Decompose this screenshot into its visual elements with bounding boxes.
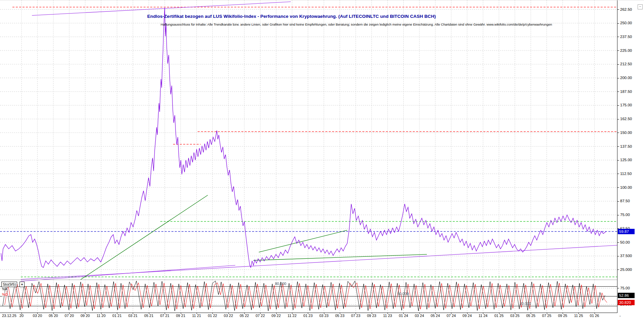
x-axis-label: 01 23 [304,314,313,318]
y-axis-label: 250.00 [620,21,632,25]
x-tick [149,313,149,314]
x-tick [388,313,388,314]
x-tick [37,313,38,314]
x-tick [22,313,22,314]
stoch-axis-label: 75.00 [620,286,630,290]
y-axis-label: 175.00 [620,103,632,107]
x-tick [117,313,117,314]
violet-support-trend-2 [21,265,235,281]
y-axis-label: 162.50 [620,117,632,121]
x-axis-label: 11 21 [192,314,201,318]
x-tick [515,313,515,314]
x-tick [595,313,595,314]
y-axis-label: 75.00 [620,213,630,217]
x-axis-label: 01 24 [399,314,408,318]
y-tick [617,187,619,188]
y-axis-label: 25.000 [620,268,632,272]
disclaimer-text: Haftungsausschluss für Inhalte: Alle Tre… [161,23,552,26]
y-axis-label: 125.00 [620,158,632,162]
stoch-d-marker: 30.820 [618,300,635,305]
y-tick [617,242,619,243]
x-tick [467,313,468,314]
y-tick [617,23,619,24]
y-axis-label: 150.00 [620,131,632,135]
x-axis-label: 07 24 [447,314,456,318]
x-axis-label: 03 21 [128,314,138,318]
x-axis-label: 07 20 [65,314,74,318]
stoch-k-marker: 52.86 [618,293,635,298]
x-tick [308,313,308,314]
x-axis-label: 05 20 [49,314,58,318]
x-axis-label: 11 24 [479,314,488,318]
chart-window: Endlos-Zertifikat bezogen auf LUS Wikifo… [0,0,644,319]
x-tick [101,313,102,314]
x-axis-label: 09 25 [558,314,567,318]
x-axis-label: 09 23 [367,314,376,318]
x-axis-label: 09 20 [81,314,90,318]
x-axis-label: 05 23 [335,314,345,318]
chart-title: Endlos-Zertifikat bezogen auf LUS Wikifo… [147,14,436,19]
violet-support-trend [21,245,617,279]
panel-separator [0,280,617,280]
y-axis-label: 137.50 [620,144,632,148]
y-axis-label: 212.50 [620,62,632,66]
y-tick [617,9,619,10]
x-tick [419,313,420,314]
x-axis-label: 09 24 [462,314,472,318]
current-price-marker: 59.87 [618,229,635,234]
x-axis-label: 20 [19,314,24,318]
minimize-icon[interactable]: − [638,4,643,9]
stoch-level-label: 20.000 [520,302,531,306]
x-axis-label: 01 21 [112,314,122,318]
x-tick [578,313,579,314]
x-tick [356,313,356,314]
x-axis-label: 07 22 [255,314,265,318]
x-axis-label: 01 25 [494,314,504,318]
violet-resistance-trend [32,2,291,15]
y-axis-label: 225.00 [620,48,632,52]
x-axis-end-dash: - [619,314,621,318]
x-tick [499,313,499,314]
x-tick [69,313,70,314]
y-tick [617,160,619,161]
y-axis-label: 50.00 [620,240,630,244]
x-axis-label: 05 22 [240,314,249,318]
y-tick [617,270,619,270]
y-tick [617,174,619,174]
indicator-label[interactable]: Sto(9/5) [1,282,17,287]
stoch-level-label: 80.000 [275,282,286,286]
x-axis: 23.12.25 2003 2005 2007 2009 2011 2001 2… [0,313,644,319]
x-tick [292,313,292,314]
x-axis-label: 05 21 [144,314,154,318]
x-axis-label: 03 22 [224,314,233,318]
x-axis-label: 11 23 [383,314,392,318]
y-axis-label: 200.00 [620,76,632,80]
y-tick [617,78,619,78]
x-tick [181,313,181,314]
y-tick [617,64,619,65]
x-axis-label: 05 24 [431,314,440,318]
x-axis-label: 11 22 [288,314,297,318]
y-tick [617,133,619,133]
y-tick [617,105,619,106]
y-axis-label: 237.50 [620,35,632,39]
x-tick [197,313,197,314]
x-tick [165,313,165,314]
x-axis-label: 11 25 [574,314,583,318]
x-axis-label: 07 25 [542,314,552,318]
price-chart-svg [0,0,617,319]
x-tick [372,313,372,314]
indicator-add-icon[interactable]: + [19,282,25,287]
y-tick [617,92,619,92]
y-axis-label: 112.50 [620,172,632,176]
x-axis-label: 05 25 [526,314,535,318]
x-axis-label: 03 20 [33,314,42,318]
green-trend-2022 [259,230,347,252]
stoch-d-line [5,283,607,309]
x-axis-label: 07 21 [160,314,169,318]
x-tick [260,313,260,314]
x-axis-label: 01 22 [208,314,217,318]
x-tick [133,313,133,314]
y-axis-label: 37.500 [620,254,632,258]
y-axis-label: 100.00 [620,185,632,189]
